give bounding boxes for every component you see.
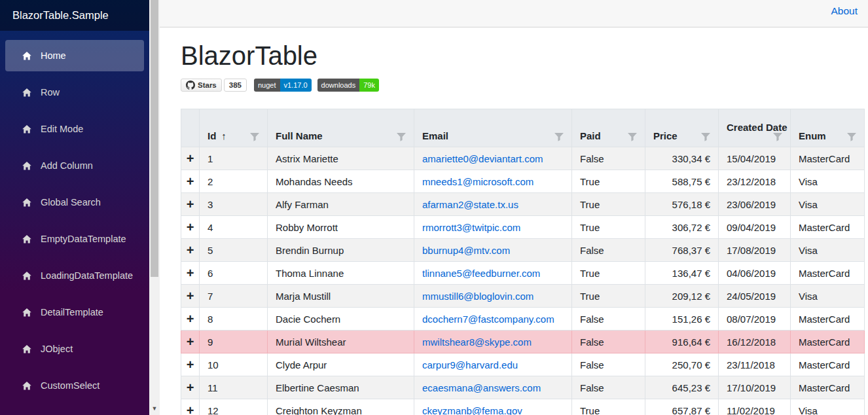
email-link[interactable]: bburnup4@mtv.com [422, 245, 510, 256]
row-expand-button[interactable]: + [181, 399, 200, 415]
cell-price: 209,12 € [645, 285, 719, 308]
email-link[interactable]: dcochern7@fastcompany.com [422, 314, 554, 325]
sidebar-item-loadingdatatemplate[interactable]: LoadingDataTemplate [5, 260, 144, 291]
column-label: Email [422, 130, 448, 141]
row-expand-button[interactable]: + [181, 353, 200, 376]
cell-created-date: 11/02/2019 [719, 399, 791, 415]
table-row[interactable]: +2Mohandas Needsmneeds1@microsoft.comTru… [181, 170, 865, 193]
column-header-enum[interactable]: Enum [791, 109, 865, 147]
row-expand-button[interactable]: + [181, 239, 200, 262]
email-link[interactable]: rmorrott3@twitpic.com [422, 222, 520, 233]
cell-id: 10 [200, 353, 268, 376]
cell-paid: True [572, 285, 645, 308]
scrollbar-thumb[interactable] [151, 0, 158, 277]
filter-funnel-icon[interactable] [250, 133, 259, 141]
nuget-badge[interactable]: nuget v1.17.0 [254, 79, 312, 92]
cell-email: ckeyzmanb@fema.gov [414, 399, 572, 415]
cell-price: 250,70 € [645, 353, 719, 376]
downloads-badge[interactable]: downloads 79k [317, 79, 379, 92]
email-link[interactable]: tlinnane5@feedburner.com [422, 268, 540, 279]
cell-full-name: Creighton Keyzman [268, 399, 414, 415]
sidebar-item-edit-mode[interactable]: Edit Mode [5, 113, 144, 145]
home-icon [22, 308, 32, 317]
row-expand-button[interactable]: + [181, 285, 200, 308]
email-link[interactable]: carpur9@harvard.edu [422, 359, 518, 370]
sidebar-item-add-column[interactable]: Add Column [5, 150, 144, 181]
email-link[interactable]: ecaesmana@answers.com [422, 382, 541, 393]
row-expand-button[interactable]: + [181, 170, 200, 193]
table-row[interactable]: +3Alfy Farmanafarman2@state.tx.usTrue576… [181, 193, 865, 216]
row-expand-button[interactable]: + [181, 308, 200, 331]
email-link[interactable]: afarman2@state.tx.us [422, 199, 518, 210]
table-row[interactable]: +5Brendin Burnupbburnup4@mtv.comFalse768… [181, 239, 865, 262]
sidebar-item-emptydatatemplate[interactable]: EmptyDataTemplate [5, 223, 144, 255]
sidebar-item-jobject[interactable]: JObject [5, 333, 144, 365]
email-link[interactable]: ckeyzmanb@fema.gov [422, 405, 522, 415]
table-row[interactable]: +12Creighton Keyzmanckeyzmanb@fema.govTr… [181, 399, 865, 415]
sidebar-nav: HomeRowEdit ModeAdd ColumnGlobal SearchE… [0, 31, 149, 401]
cell-id: 5 [200, 239, 268, 262]
column-header-paid[interactable]: Paid [572, 109, 645, 147]
cell-paid: True [572, 193, 645, 216]
filter-funnel-icon[interactable] [628, 133, 637, 141]
sidebar-scrollbar[interactable]: ▼ [149, 0, 160, 415]
filter-funnel-icon[interactable] [701, 133, 710, 141]
table-row[interactable]: +9Murial Wiltshearmwiltshear8@skype.comF… [181, 331, 865, 353]
table-row[interactable]: +1Astrix Marietteamariette0@deviantart.c… [181, 147, 865, 170]
cell-full-name: Mohandas Needs [268, 170, 414, 193]
filter-funnel-icon[interactable] [397, 133, 406, 141]
github-stars-button[interactable]: Stars [181, 79, 222, 92]
email-link[interactable]: amariette0@deviantart.com [422, 153, 543, 164]
github-stars-count[interactable]: 385 [224, 79, 247, 92]
filter-funnel-icon[interactable] [773, 133, 782, 141]
column-header-created-date[interactable]: Created Date [719, 109, 791, 147]
filter-funnel-icon[interactable] [847, 133, 856, 141]
home-icon [22, 344, 32, 354]
downloads-badge-label: downloads [317, 79, 360, 92]
sidebar-item-customselect[interactable]: CustomSelect [5, 370, 144, 401]
filter-funnel-icon[interactable] [554, 133, 564, 141]
cell-price: 136,47 € [645, 262, 719, 285]
row-expand-button[interactable]: + [181, 147, 200, 170]
row-expand-button[interactable]: + [181, 331, 200, 353]
github-stars-label: Stars [198, 81, 217, 89]
main-area: About BlazorTable Stars 385 nuget v1.17.… [160, 0, 868, 415]
email-link[interactable]: mwiltshear8@skype.com [422, 336, 532, 348]
cell-enum: Visa [791, 399, 865, 415]
table-row[interactable]: +6Thoma Linnanetlinnane5@feedburner.comT… [181, 262, 865, 285]
cell-id: 8 [200, 308, 268, 331]
cell-id: 3 [200, 193, 268, 216]
cell-created-date: 09/04/2019 [719, 216, 791, 239]
sidebar-item-row[interactable]: Row [5, 77, 144, 108]
cell-price: 916,64 € [645, 331, 719, 353]
table-row[interactable]: +11Elbertine Caesmanecaesmana@answers.co… [181, 376, 865, 399]
table-row[interactable]: +7Marja Mustillmmustill6@bloglovin.comTr… [181, 285, 865, 308]
home-icon [22, 198, 32, 208]
cell-created-date: 23/11/2018 [719, 353, 791, 376]
email-link[interactable]: mmustill6@bloglovin.com [422, 291, 533, 302]
cell-email: mwiltshear8@skype.com [414, 331, 572, 353]
cell-created-date: 23/12/2018 [719, 170, 791, 193]
sidebar-item-detailtemplate[interactable]: DetailTemplate [5, 297, 144, 328]
nuget-badge-version: v1.17.0 [280, 79, 312, 92]
sidebar-item-home[interactable]: Home [5, 40, 144, 71]
row-expand-button[interactable]: + [181, 216, 200, 239]
row-expand-button[interactable]: + [181, 376, 200, 399]
row-expand-button[interactable]: + [181, 262, 200, 285]
column-header-email[interactable]: Email [414, 109, 572, 147]
table-row[interactable]: +4Robby Morrottrmorrott3@twitpic.comTrue… [181, 216, 865, 239]
cell-email: amariette0@deviantart.com [414, 147, 572, 170]
column-header-id[interactable]: Id↑ [200, 109, 268, 147]
about-link[interactable]: About [831, 5, 858, 27]
scrollbar-down-arrow-icon[interactable]: ▼ [149, 405, 160, 412]
column-header-full-name[interactable]: Full Name [268, 109, 414, 147]
column-label: Full Name [276, 130, 323, 141]
cell-full-name: Robby Morrott [268, 216, 414, 239]
table-row[interactable]: +10Clyde Arpurcarpur9@harvard.eduFalse25… [181, 353, 865, 376]
cell-full-name: Alfy Farman [268, 193, 414, 216]
sidebar-item-global-search[interactable]: Global Search [5, 187, 144, 218]
email-link[interactable]: mneeds1@microsoft.com [422, 176, 533, 187]
row-expand-button[interactable]: + [181, 193, 200, 216]
column-header-price[interactable]: Price [645, 109, 719, 147]
table-row[interactable]: +8Dacie Cocherndcochern7@fastcompany.com… [181, 308, 865, 331]
